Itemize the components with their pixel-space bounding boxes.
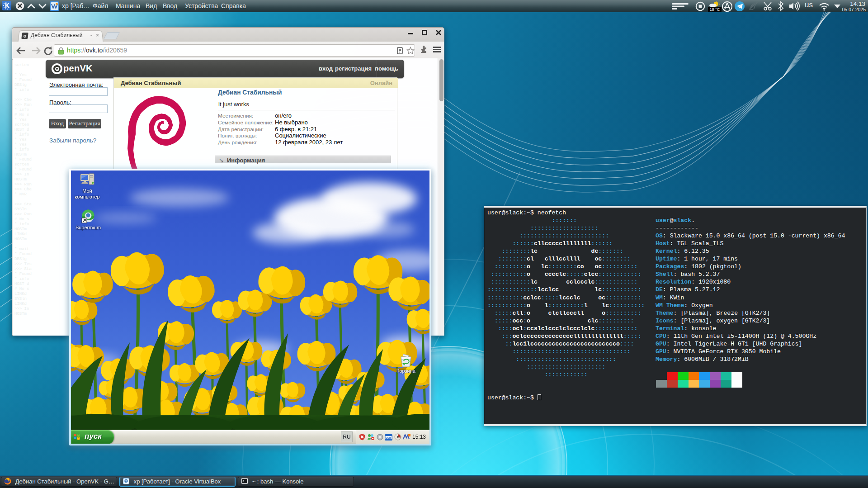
svg-text:CCB: CCB — [386, 436, 391, 439]
